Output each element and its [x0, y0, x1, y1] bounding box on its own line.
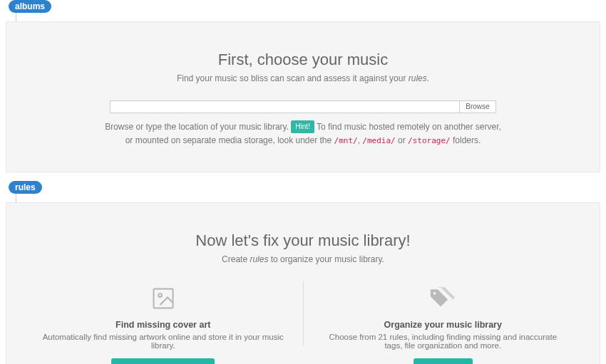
music-path-input[interactable] — [110, 100, 459, 113]
rules-panel: Now let's fix your music library! Create… — [6, 202, 600, 364]
svg-point-2 — [433, 292, 436, 295]
rules-columns: Find missing cover art Automatically fin… — [24, 281, 582, 364]
cover-art-desc: Automatically find missing artwork onlin… — [41, 333, 286, 350]
image-icon — [41, 286, 286, 311]
browse-button[interactable]: Browse — [459, 100, 495, 113]
section-tag-rules: rules — [9, 181, 42, 194]
albums-subtitle: Find your music so bliss can scan and as… — [24, 73, 582, 83]
music-path-row: Browse — [24, 100, 582, 113]
organize-desc: Choose from 21 rules, including finding … — [321, 333, 566, 350]
rules-subtitle: Create rules to organize your music libr… — [24, 254, 582, 264]
find-cover-art-button[interactable]: Find missing cover art — [111, 358, 215, 364]
albums-panel: First, choose your music Find your music… — [6, 21, 600, 172]
tag-connector — [16, 13, 16, 21]
col-organize: Organize your music library Choose from … — [304, 281, 583, 364]
hint-badge: Hint! — [291, 120, 314, 133]
section-tag-albums: albums — [9, 0, 51, 13]
tag-connector — [16, 194, 16, 202]
code-path-mnt: /mnt/ — [334, 136, 358, 145]
col-cover-art: Find missing cover art Automatically fin… — [24, 281, 303, 364]
albums-heading: First, choose your music — [24, 51, 582, 69]
svg-point-1 — [158, 293, 162, 297]
albums-help-text: Browse or type the location of your musi… — [103, 120, 503, 147]
tags-icon — [321, 286, 566, 311]
add-rule-button[interactable]: Add a rule — [414, 358, 473, 364]
cover-art-title: Find missing cover art — [41, 320, 286, 330]
rules-heading: Now let's fix your music library! — [24, 232, 582, 250]
svg-rect-0 — [153, 289, 173, 308]
organize-title: Organize your music library — [321, 320, 566, 330]
code-path-storage: /storage/ — [408, 136, 451, 145]
code-path-media: /media/ — [362, 136, 395, 145]
